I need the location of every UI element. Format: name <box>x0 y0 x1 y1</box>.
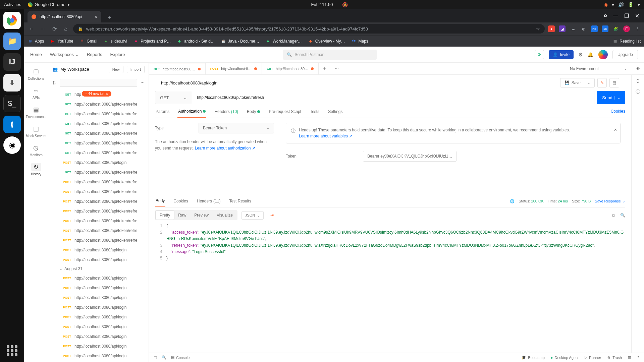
footer-help[interactable]: ? <box>637 355 639 360</box>
tab-authorization[interactable]: Authorization <box>177 106 206 118</box>
history-item[interactable]: GEThttp://localhost:8080/api/token/refre <box>48 138 149 148</box>
new-tab-button[interactable]: + <box>105 13 114 22</box>
nav-workspaces[interactable]: Workspaces ⌄ <box>50 52 79 57</box>
auth-type-selector[interactable]: Bearer Token⌄ <box>199 123 274 133</box>
tab-overflow[interactable]: ⋯ <box>331 63 343 74</box>
tab-params[interactable]: Params <box>155 106 170 118</box>
history-item[interactable]: POSThttp://localhost:8080/api/login <box>48 341 149 351</box>
nav-home[interactable]: Home <box>30 52 42 57</box>
address-bar[interactable]: 🔒 web.postman.co/workspace/My-Workspace~… <box>73 24 545 34</box>
dock-chrome[interactable] <box>3 12 21 29</box>
dock-software[interactable]: ⬇ <box>3 74 21 92</box>
tab-settings[interactable]: Settings <box>327 106 343 118</box>
wrap-lines-button[interactable]: ⇥ <box>268 211 276 219</box>
sidebar-item-environments[interactable]: ▤Environments <box>26 106 46 119</box>
footer-desktop-agent[interactable]: ● Desktop Agent <box>551 355 579 360</box>
history-item[interactable]: GEThttp://localhost:8080/api/token/refre <box>48 109 149 119</box>
tab-close-button[interactable]: × <box>95 14 97 19</box>
activities-menu[interactable]: Activities <box>4 2 21 7</box>
more-icon[interactable]: ⋯ <box>141 80 145 85</box>
dock-vscode[interactable]: ≬ <box>3 116 21 133</box>
home-button[interactable]: ⌂ <box>62 26 70 32</box>
history-item[interactable]: POSThttp://localhost:8080/api/login <box>48 273 149 283</box>
sidebar-item-monitors[interactable]: ◷Monitors <box>30 144 42 157</box>
learn-variables-link[interactable]: Learn more about variables ↗ <box>299 134 352 138</box>
copy-response-button[interactable]: ⧉ <box>612 213 615 218</box>
history-item[interactable]: GEThttp://localhost:8080/api/token/refre <box>48 167 149 177</box>
view-raw[interactable]: Raw <box>174 211 190 220</box>
star-button[interactable]: ☆ <box>536 26 540 32</box>
ext-icon-2[interactable]: ◢ <box>559 25 566 32</box>
history-item[interactable]: GEThttp://localhost:8080/api/token/refre <box>48 128 149 138</box>
view-pretty[interactable]: Pretty <box>156 211 174 220</box>
nav-explore[interactable]: Explore <box>110 52 125 57</box>
history-item[interactable]: GEThttp://localhost:8080/api/token/refre <box>48 99 149 109</box>
notifications-icon[interactable]: 🔔 <box>587 52 594 58</box>
reload-button[interactable]: ⟳ <box>50 26 58 32</box>
sidebar-item-collections[interactable]: ▢Collections <box>28 67 44 80</box>
cookies-link[interactable]: Cookies <box>611 106 625 118</box>
bookmark-item[interactable]: ⊞Apps <box>28 39 44 44</box>
history-item[interactable]: POSThttp://localhost:8080/api/login <box>48 302 149 312</box>
tab-pre-request[interactable]: Pre-request Script <box>268 106 302 118</box>
resp-tab-cookies[interactable]: Cookies <box>173 195 189 207</box>
forward-button[interactable]: → <box>39 26 47 32</box>
ext-icon-3[interactable]: ☁ <box>570 25 576 32</box>
dock-intellij[interactable]: IJ <box>3 53 21 71</box>
ext-badge[interactable]: 18 <box>602 25 608 32</box>
sidebar-item-mock-servers[interactable]: ◫Mock Servers <box>26 125 46 138</box>
history-item[interactable]: POSThttp://localhost:8080/api/token/refr… <box>48 206 149 216</box>
profile-avatar[interactable]: E <box>623 25 630 32</box>
history-item[interactable]: GEThttp://localhost:8080/api/token/refre <box>48 148 149 158</box>
extensions-button[interactable]: 🧩 <box>612 25 619 32</box>
history-item[interactable]: POSThttp://localhost:8080/api/login <box>48 312 149 322</box>
history-item[interactable]: POSThttp://localhost:8080/api/login <box>48 283 149 293</box>
env-quicklook[interactable]: 👁 <box>632 63 644 74</box>
bookmark-item[interactable]: ◆android - Set d… <box>177 39 215 44</box>
new-button[interactable]: New <box>109 66 123 73</box>
footer-find[interactable]: 🔍 <box>162 355 166 360</box>
user-avatar[interactable] <box>598 50 608 59</box>
response-body[interactable]: 1{ 2 "access_token": "eyJ0eXAiOiJKV1QiLC… <box>155 223 625 353</box>
footer-trash[interactable]: 🗑 Trash <box>607 355 622 360</box>
filter-input[interactable] <box>60 79 137 87</box>
history-date-group[interactable]: ⌄August 31 <box>48 264 149 273</box>
history-item[interactable]: POSThttp://localhost:8080/api/token/refr… <box>48 177 149 187</box>
dock-terminal[interactable]: $_ <box>3 95 21 112</box>
resp-tab-body[interactable]: Body <box>155 195 165 207</box>
language-selector[interactable]: JSON ⌄ <box>241 211 264 220</box>
import-button[interactable]: Import <box>127 66 145 73</box>
search-response-button[interactable]: 🔍 <box>620 213 625 218</box>
nav-reports[interactable]: Reports <box>87 52 102 57</box>
footer-runner[interactable]: ▷ Runner <box>585 355 601 360</box>
save-button[interactable]: 💾 Save ⌄ <box>560 78 595 87</box>
history-item[interactable]: POSThttp://localhost:8080/api/token/refr… <box>48 235 149 245</box>
send-button[interactable]: Send⌄ <box>597 91 625 104</box>
battery-icon[interactable]: 🔋 <box>628 2 634 7</box>
ext-icon-5[interactable]: Re <box>591 25 598 32</box>
minimize-button[interactable]: — <box>613 13 618 19</box>
save-response-button[interactable]: Save Response ⌄ <box>595 199 625 203</box>
new-items-badge[interactable]: ↑ 44 new items <box>82 91 111 97</box>
history-item[interactable]: POSThttp://localhost:8080/api/login <box>48 293 149 302</box>
request-tab[interactable]: GEThttp://localhost:80… <box>262 63 319 74</box>
chrome-menu-button[interactable]: ⋮ <box>634 25 641 32</box>
history-item[interactable]: POSThttp://localhost:8080/api/token/refr… <box>48 226 149 235</box>
bookmark-item[interactable]: ■Projects and P… <box>133 39 171 44</box>
wifi-icon[interactable]: ◉ <box>604 2 608 7</box>
workspace-name[interactable]: 👥My Workspace <box>52 67 105 72</box>
resp-tab-headers[interactable]: Headers (11) <box>196 195 221 207</box>
settings-icon[interactable]: ⚙ <box>578 52 583 58</box>
media-indicator-icon[interactable] <box>604 14 607 17</box>
history-item[interactable]: POSThttp://localhost:8080/api/token/refr… <box>48 196 149 206</box>
chrome-tab-active[interactable]: http://localhost:8080/api × <box>28 11 101 22</box>
learn-authorization-link[interactable]: Learn more about authorization ↗ <box>195 146 255 150</box>
clock[interactable]: Ful 2 11:50 <box>311 2 333 7</box>
footer-bootcamp[interactable]: 🎓 Bootcamp <box>522 355 545 360</box>
tab-headers[interactable]: Headers (10) <box>214 106 239 118</box>
history-list[interactable]: ↑ 44 new items GEThttp api/token/refreGE… <box>48 89 149 362</box>
invite-button[interactable]: 👤Invite <box>549 50 574 59</box>
footer-console[interactable]: ▤ Console <box>171 355 190 360</box>
history-item[interactable]: POSThttp://localhost:8080/api/login <box>48 322 149 331</box>
ext-icon-4[interactable]: ◐ <box>580 25 587 32</box>
